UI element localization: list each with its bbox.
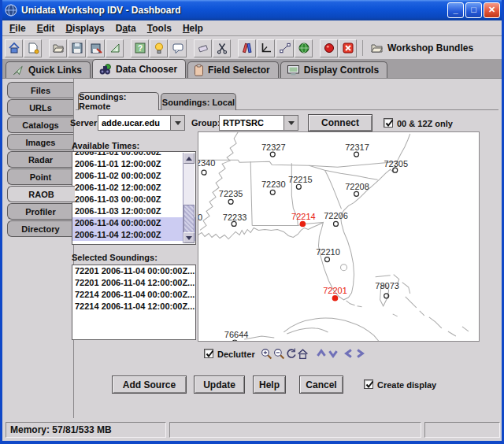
title-bar[interactable]: Unidata Workshop IDV - Dashboard _ □ ✕: [0, 0, 504, 20]
station-label-72214[interactable]: 72214: [291, 212, 316, 221]
scroll-down-icon[interactable]: [183, 232, 195, 243]
station-label-72327[interactable]: 72327: [261, 142, 286, 152]
times-scrollbar[interactable]: [183, 153, 195, 243]
sidebar-item-point[interactable]: Point: [7, 168, 73, 185]
pan-down-icon[interactable]: [327, 347, 339, 360]
new-display-icon[interactable]: [24, 39, 42, 57]
show-tip-icon[interactable]: [150, 39, 168, 57]
menu-data[interactable]: Data: [111, 21, 143, 35]
sidebar-item-profiler[interactable]: Profiler: [7, 203, 73, 220]
remove-displays-icon[interactable]: [339, 39, 357, 57]
minimize-button[interactable]: _: [447, 2, 464, 18]
sidebar-item-catalogs[interactable]: Catalogs: [7, 117, 73, 133]
sidebar-item-radar[interactable]: Radar: [7, 151, 73, 168]
tab-soundings-remote[interactable]: Soundings: Remote: [78, 92, 159, 110]
station-marker-72327[interactable]: [270, 152, 275, 157]
scroll-up-icon[interactable]: [183, 153, 195, 164]
station-label-72230[interactable]: 72230: [261, 179, 286, 189]
sidebar-item-directory[interactable]: Directory: [7, 220, 73, 237]
station-label-72233[interactable]: 72233: [223, 213, 247, 222]
station-marker-72317[interactable]: [354, 152, 359, 157]
station-marker-72235[interactable]: [228, 199, 233, 204]
create-display-checkbox[interactable]: [364, 379, 373, 389]
cancel-button[interactable]: Cancel: [299, 376, 343, 394]
station-label-72305[interactable]: 72305: [384, 159, 408, 168]
time-list-item[interactable]: 2006-11-01 00:00:00Z: [72, 151, 195, 158]
server-value[interactable]: adde.ucar.edu: [98, 116, 170, 130]
sidebar-item-images[interactable]: Images: [7, 134, 73, 150]
help-window-icon[interactable]: ?: [131, 39, 149, 57]
connect-button[interactable]: Connect: [308, 114, 372, 131]
station-marker-72206[interactable]: [333, 221, 338, 226]
zoom-out-icon[interactable]: [272, 347, 285, 360]
sidebar-item-raob[interactable]: RAOB: [7, 186, 75, 202]
add-source-button[interactable]: Add Source: [112, 376, 187, 394]
record-movie-icon[interactable]: [320, 39, 338, 57]
group-combo[interactable]: RTPTSRC: [219, 115, 298, 131]
station-marker-72215[interactable]: [296, 184, 301, 189]
time-list-item[interactable]: 2006-11-03 00:00:00Z: [72, 194, 195, 205]
server-combo-arrow-icon[interactable]: [170, 116, 184, 130]
pan-up-icon[interactable]: [315, 347, 328, 360]
pan-right-icon[interactable]: [354, 347, 366, 360]
station-marker-72201[interactable]: [332, 295, 339, 302]
station-label-76644[interactable]: 76644: [224, 330, 249, 339]
station-label-72210[interactable]: 72210: [316, 247, 340, 257]
station-label-72208[interactable]: 72208: [345, 182, 369, 191]
menu-tools[interactable]: Tools: [143, 21, 178, 35]
save-bundle-icon[interactable]: [68, 39, 86, 57]
time-list-item[interactable]: 2006-11-04 00:00:00Z: [72, 217, 195, 229]
station-label-72215[interactable]: 72215: [288, 175, 313, 184]
support-console-icon[interactable]: [169, 39, 187, 57]
edit-colors-icon[interactable]: [238, 39, 256, 57]
station-marker-76644[interactable]: [232, 340, 237, 341]
z-only-checkbox[interactable]: [384, 118, 393, 128]
open-bundle-icon[interactable]: [49, 39, 67, 57]
selected-soundings-list[interactable]: 72201 2006-11-04 00:00:00Z...72201 2006-…: [72, 265, 196, 340]
tab-field-selector[interactable]: Field Selector: [187, 61, 279, 78]
zoom-in-icon[interactable]: [260, 347, 272, 360]
sounding-list-item[interactable]: 72201 2006-11-04 12:00:00Z...: [72, 277, 195, 289]
station-marker-72230[interactable]: [270, 190, 275, 194]
time-list-item[interactable]: 2006-11-02 00:00:00Z: [72, 170, 195, 182]
station-map[interactable]: 7232772317723052340722357223072215722087…: [198, 131, 480, 342]
sidebar-item-files[interactable]: Files: [7, 82, 73, 98]
time-list-item[interactable]: 2006-11-03 12:00:00Z: [72, 205, 195, 217]
home-view-icon[interactable]: [296, 347, 309, 360]
time-list-item[interactable]: 2006-11-02 12:00:00Z: [72, 182, 195, 194]
erase-icon[interactable]: [194, 39, 212, 57]
cut-icon[interactable]: [213, 39, 231, 57]
globe-icon[interactable]: [295, 39, 313, 57]
drawing-icon[interactable]: [276, 39, 294, 57]
sounding-list-item[interactable]: 72214 2006-11-04 00:00:00Z...: [72, 289, 195, 301]
scrollbar-thumb[interactable]: [183, 205, 195, 233]
station-label-72235[interactable]: 72235: [219, 189, 243, 198]
station-label-2340[interactable]: 2340: [198, 158, 215, 168]
station-label-78073[interactable]: 78073: [375, 281, 399, 290]
declutter-checkbox[interactable]: [204, 349, 213, 358]
tab-data-chooser[interactable]: Data Chooser: [92, 59, 186, 78]
station-marker-72208[interactable]: [354, 191, 359, 196]
station-label-0[interactable]: 0: [198, 213, 202, 222]
menu-help[interactable]: Help: [178, 21, 209, 35]
station-label-72206[interactable]: 72206: [324, 211, 348, 220]
help-button[interactable]: Help: [253, 376, 286, 394]
sounding-list-item[interactable]: 72214 2006-11-04 12:00:00Z...: [72, 301, 195, 313]
sounding-list-item[interactable]: 72201 2006-11-04 00:00:00Z...: [72, 265, 195, 277]
sidebar-item-urls[interactable]: URLs: [7, 99, 73, 116]
tab-soundings-local[interactable]: Soundings: Local: [161, 93, 236, 110]
tab-display-controls[interactable]: Display Controls: [280, 61, 387, 78]
workshop-bundles-menu[interactable]: Workshop Bundles: [371, 43, 473, 54]
tab-quick-links[interactable]: Quick Links: [6, 61, 91, 78]
station-label-72317[interactable]: 72317: [345, 142, 369, 152]
close-button[interactable]: ✕: [484, 2, 500, 18]
menu-edit[interactable]: Edit: [32, 21, 61, 35]
station-label-72201[interactable]: 72201: [323, 286, 347, 295]
server-combo[interactable]: adde.ucar.edu: [98, 115, 185, 131]
update-button[interactable]: Update: [194, 376, 245, 394]
station-marker-72214[interactable]: [300, 221, 306, 228]
field-chart-icon[interactable]: [257, 39, 275, 57]
available-times-list[interactable]: 2006-11-01 00:00:00Z2006-11-01 12:00:00Z…: [72, 151, 196, 245]
save-favorite-icon[interactable]: [87, 39, 105, 57]
station-marker-2340[interactable]: [202, 170, 206, 175]
